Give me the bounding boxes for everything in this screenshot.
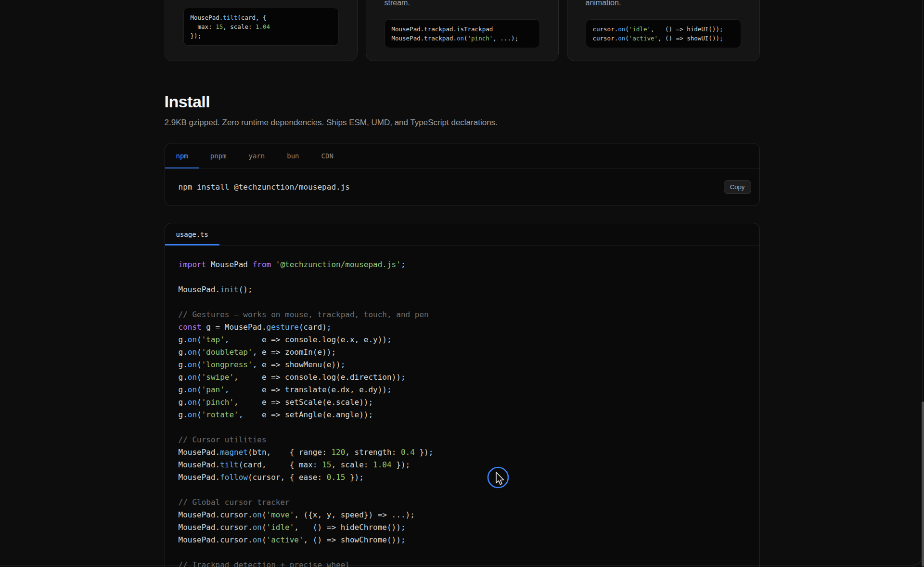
page-content: MousePad.tilt(card, { max: 15, scale: 1.… [165, 0, 760, 567]
copy-button[interactable]: Copy [724, 180, 751, 194]
feature-card-description: animation. [586, 0, 741, 8]
install-heading: Install [165, 92, 760, 111]
usage-code-area: import MousePad from '@techzunction/mous… [165, 245, 759, 567]
tab-npm[interactable]: npm [165, 143, 199, 168]
feature-card-trackpad: stream. MousePad.trackpad.isTrackpadMous… [366, 0, 559, 61]
feature-card-code-snippet: MousePad.tilt(card, { max: 15, scale: 1.… [183, 8, 339, 46]
feature-card-description [183, 0, 339, 8]
install-command-text: npm install @techzunction/mousepad.js [179, 182, 724, 192]
feature-cards-row: MousePad.tilt(card, { max: 15, scale: 1.… [165, 0, 760, 61]
install-subtitle: 2.9KB gzipped. Zero runtime dependencies… [165, 117, 760, 128]
tab-yarn[interactable]: yarn [238, 143, 276, 168]
tab-pnpm[interactable]: pnpm [199, 143, 238, 168]
feature-card-description: stream. [385, 0, 540, 8]
feature-card-tilt: MousePad.tilt(card, { max: 15, scale: 1.… [165, 0, 358, 61]
feature-card-code-snippet: MousePad.trackpad.isTrackpadMousePad.tra… [385, 19, 540, 48]
install-command-box: npm pnpm yarn bun CDN npm install @techz… [165, 143, 760, 206]
usage-file-tabs: usage.ts [165, 223, 759, 245]
tab-usage-ts[interactable]: usage.ts [165, 223, 219, 245]
tab-bun[interactable]: bun [276, 143, 310, 168]
feature-card-cursor: animation. cursor.on('idle', () => hideU… [567, 0, 760, 61]
usage-code-block: usage.ts import MousePad from '@techzunc… [165, 223, 760, 567]
tab-cdn[interactable]: CDN [310, 143, 345, 168]
install-command-row: npm install @techzunction/mousepad.js Co… [165, 168, 759, 206]
scrollbar-thumb[interactable] [922, 401, 924, 567]
package-manager-tabs: npm pnpm yarn bun CDN [165, 143, 759, 168]
feature-card-code-snippet: cursor.on('idle', () => hideUI());cursor… [586, 19, 741, 48]
